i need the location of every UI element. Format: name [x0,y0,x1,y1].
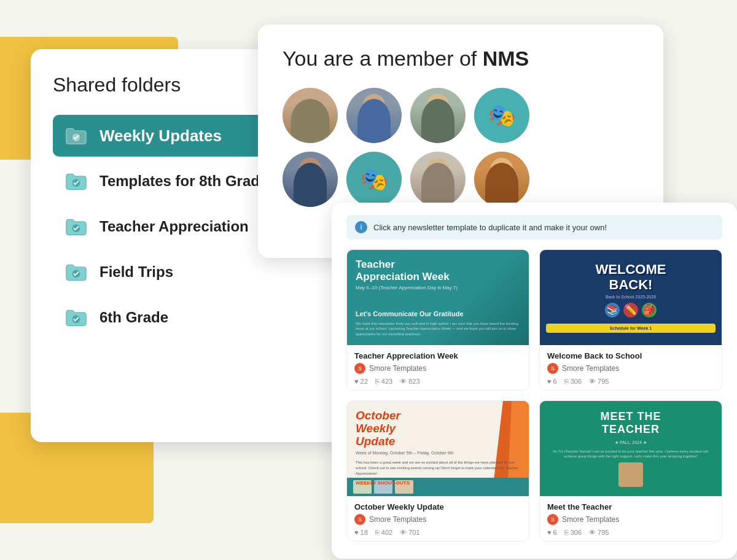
stat-likes-october: ♥ 18 [354,529,368,536]
template-author-teacher: S Smore Templates [354,363,521,374]
template-thumb-welcome: WELCOMEBACK! Back to School 2025-2026 📚 … [540,250,722,345]
folder-icon-6th-grade [65,306,87,329]
template-meta-meet: Meet the Teacher S Smore Templates ♥ 6 ⎘… [540,496,722,541]
template-stats-october: ♥ 18 ⎘ 402 👁 701 [354,529,521,536]
author-name-meet: Smore Templates [562,515,619,524]
template-title-welcome: Welcome Back to School [547,351,714,360]
template-author-welcome: S Smore Templates [547,363,714,374]
template-thumb-october: OctoberWeeklyUpdate Week of Monday, Octo… [347,401,529,496]
meet-photo [618,462,643,487]
stat-views-meet: 👁 795 [589,529,609,536]
teacher-thumb-title: TeacherAppreciation Week [356,259,520,284]
avatar-7 [410,152,466,207]
folder-label-6th-grade: 6th Grade [99,309,168,326]
template-card-october[interactable]: OctoberWeeklyUpdate Week of Monday, Octo… [346,400,529,542]
avatar-3 [410,88,466,143]
stat-copies-meet: ⎘ 306 [564,529,582,536]
template-title-october: October Weekly Update [354,502,521,511]
org-name: NMS [483,47,529,70]
stat-likes-teacher: ♥ 22 [354,378,368,385]
template-meta-october: October Weekly Update S Smore Templates … [347,496,529,541]
template-thumb-meet: MEET THETEACHER ★ FALL, 2024 ★ Hi, I'm [… [540,401,722,496]
folder-label-weekly-updates: Weekly Updates [99,126,222,146]
stat-copies-welcome: ⎘ 306 [564,378,582,385]
author-name-welcome: Smore Templates [562,364,619,373]
avatar-6: 🎭 [346,152,402,207]
template-meta-teacher: Teacher Appreciation Week S Smore Templa… [347,345,529,390]
stat-likes-meet: ♥ 6 [547,529,557,536]
template-card-meet-teacher[interactable]: MEET THETEACHER ★ FALL, 2024 ★ Hi, I'm [… [539,400,722,542]
folder-label-templates-8th: Templates for 8th Grade [99,173,268,190]
template-stats-welcome: ♥ 6 ⎘ 306 👁 795 [547,378,714,385]
info-bar: i Click any newsletter template to dupli… [346,215,722,239]
stat-views-teacher: 👁 823 [400,378,419,385]
folder-icon-teacher-appreciation [65,216,87,238]
meet-thumb-title: MEET THETEACHER [600,410,661,437]
author-icon-teacher: S [354,363,365,374]
avatar-4: 🎭 [474,88,529,143]
template-title-meet: Meet the Teacher [547,502,714,511]
template-title-teacher: Teacher Appreciation Week [354,351,521,360]
stat-likes-welcome: ♥ 6 [547,378,557,385]
avatar-8 [474,152,529,207]
member-title-text: You are a member of [283,47,483,70]
folder-icon-field-trips [65,261,87,283]
author-name-teacher: Smore Templates [369,364,426,373]
stat-views-october: 👁 701 [400,529,419,536]
template-stats-meet: ♥ 6 ⎘ 306 👁 795 [547,529,714,536]
template-author-meet: S Smore Templates [547,514,714,525]
avatars-grid: 🎭 🎭 [283,88,639,207]
template-meta-welcome: Welcome Back to School S Smore Templates… [540,345,722,390]
template-author-october: S Smore Templates [354,514,521,525]
avatar-1 [283,88,338,143]
info-icon: i [355,221,367,233]
template-thumb-teacher: TeacherAppreciation Week May 6–10 (Teach… [347,250,529,345]
info-text: Click any newsletter template to duplica… [373,223,607,232]
member-title: You are a member of NMS [283,47,639,71]
author-icon-meet: S [547,514,558,525]
author-name-october: Smore Templates [369,515,426,524]
templates-grid: TeacherAppreciation Week May 6–10 (Teach… [346,249,722,542]
folder-icon-templates-8th [65,170,87,192]
stat-copies-october: ⎘ 402 [375,529,392,536]
stat-copies-teacher: ⎘ 423 [375,378,392,385]
template-card-teacher-appreciation[interactable]: TeacherAppreciation Week May 6–10 (Teach… [346,249,529,391]
template-stats-teacher: ♥ 22 ⎘ 423 👁 823 [354,378,521,385]
avatar-5 [283,152,338,207]
folder-label-teacher-appreciation: Teacher Appreciation [99,218,249,235]
author-icon-october: S [354,514,365,525]
folder-item-6th-grade[interactable]: 6th Grade [53,297,328,338]
avatar-2 [346,88,402,143]
folder-label-field-trips: Field Trips [99,263,173,281]
folder-icon-weekly-updates [65,125,87,147]
welcome-thumb-title: WELCOMEBACK! [596,262,666,292]
stat-views-welcome: 👁 795 [589,378,609,385]
templates-panel: i Click any newsletter template to dupli… [332,203,737,559]
oct-thumb-title: OctoberWeeklyUpdate [356,410,520,448]
template-card-welcome-back[interactable]: WELCOMEBACK! Back to School 2025-2026 📚 … [539,249,722,391]
author-icon-welcome: S [547,363,558,374]
